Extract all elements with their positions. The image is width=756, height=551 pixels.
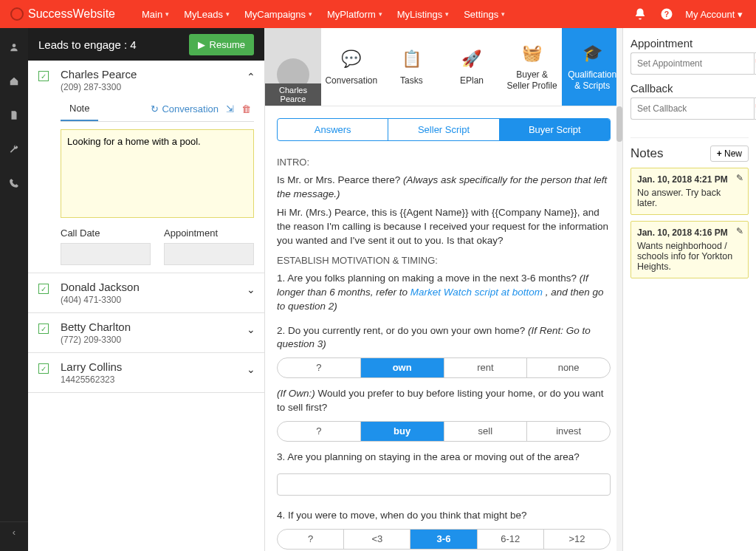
tab-note[interactable]: Note: [61, 97, 98, 121]
q2-options: ? own rent none: [277, 357, 611, 378]
my-account-menu[interactable]: My Account ▾: [685, 9, 743, 20]
center-column: Charles Pearce 💬 Conversation 📋 Tasks 🚀 …: [264, 28, 623, 551]
pill-option[interactable]: none: [527, 358, 610, 377]
note-body: No answer. Try back later.: [637, 188, 742, 208]
lead-phone: (772) 209-3300: [61, 335, 254, 345]
speech-icon: 💬: [341, 49, 361, 69]
rail-wrench-icon[interactable]: [0, 140, 28, 158]
checkbox-icon[interactable]: ✓: [38, 324, 49, 334]
help-icon[interactable]: ?: [659, 6, 675, 22]
note-textarea[interactable]: [61, 129, 254, 218]
trash-icon[interactable]: 🗑: [241, 103, 251, 114]
pill-option[interactable]: buy: [361, 422, 444, 441]
checkbox-icon[interactable]: ✓: [38, 71, 49, 81]
script-heading: ESTABLISH MOTIVATION & TIMING:: [277, 254, 611, 267]
avatar-name: Charles Pearce: [265, 83, 321, 106]
subtab-seller[interactable]: Seller Script: [388, 119, 499, 140]
lead-row[interactable]: ✓ Betty Charlton (772) 209-3300 ⌄: [28, 313, 264, 353]
rail-home-icon[interactable]: [0, 72, 28, 90]
right-column: Appointment 📅 Callback 📅 Notes + New: [623, 28, 756, 551]
nav-settings[interactable]: Settings▾: [456, 1, 512, 27]
pill-option[interactable]: >12: [544, 530, 610, 549]
call-date-label: Call Date: [61, 227, 151, 239]
chevron-down-icon[interactable]: ⌄: [247, 363, 255, 375]
brand[interactable]: SuccessWebsite: [0, 7, 126, 21]
q3-input[interactable]: [277, 473, 611, 496]
list-icon: 📋: [402, 49, 422, 69]
rail-document-icon[interactable]: [0, 106, 28, 124]
nav-main[interactable]: Main▾: [134, 1, 176, 27]
edit-icon[interactable]: ✎: [736, 226, 743, 236]
lead-row[interactable]: ✓ Larry Collins 14425562323 ⌄: [28, 353, 264, 393]
lead-name: Donald Jackson: [61, 281, 254, 293]
left-rail: ‹: [0, 28, 28, 551]
pill-option[interactable]: sell: [444, 422, 528, 441]
edit-icon[interactable]: ✎: [736, 173, 743, 183]
chevron-down-icon[interactable]: ⌄: [247, 284, 255, 295]
tab-conversation[interactable]: 💬 Conversation: [321, 28, 382, 106]
lead-phone: (209) 287-3300: [61, 82, 254, 92]
pill-option[interactable]: rent: [444, 358, 528, 377]
nav-myplatform[interactable]: MyPlatform▾: [320, 1, 390, 27]
note-card[interactable]: ✎ Jan. 10, 2018 4:21 PM No answer. Try b…: [630, 168, 749, 215]
subtab-buyer[interactable]: Buyer Script: [500, 119, 610, 140]
call-date-input[interactable]: [61, 243, 151, 265]
checkbox-icon[interactable]: ✓: [38, 363, 49, 374]
caret-down-icon: ▾: [738, 9, 743, 20]
q2b-options: ? buy sell invest: [277, 421, 611, 442]
lead-row[interactable]: ✓ Charles Pearce (209) 287-3300 ⌃ Note ↻…: [28, 61, 264, 273]
pill-option[interactable]: 6-12: [478, 530, 544, 549]
note-timestamp: Jan. 10, 2018 4:21 PM: [637, 174, 742, 185]
scrollbar[interactable]: [616, 28, 622, 551]
script-body: INTRO: Is Mr. or Mrs. Pearce there? (Alw…: [265, 141, 622, 551]
lead-name: Charles Pearce: [61, 68, 254, 81]
pill-option[interactable]: invest: [527, 422, 610, 441]
subtab-answers[interactable]: Answers: [278, 119, 388, 140]
graduation-icon: 🎓: [583, 43, 602, 64]
expand-icon[interactable]: ⇲: [226, 103, 234, 114]
nav-mycampaigns[interactable]: MyCampaigns▾: [237, 1, 320, 27]
note-timestamp: Jan. 10, 2018 4:16 PM: [637, 227, 742, 238]
bell-icon[interactable]: [632, 6, 648, 22]
appointment-input[interactable]: [164, 243, 254, 265]
tab-eplan[interactable]: 🚀 EPlan: [441, 28, 502, 106]
chevron-up-icon[interactable]: ⌃: [247, 71, 255, 83]
tab-tasks[interactable]: 📋 Tasks: [382, 28, 442, 106]
callback-input[interactable]: [630, 97, 754, 120]
market-watch-link[interactable]: Market Watch script at bottom: [410, 287, 543, 298]
tab-qualification[interactable]: 🎓 Qualification & Scripts: [562, 28, 622, 106]
leads-panel: Leads to engage : 4 ▶ Resume ✓ Charles P…: [28, 28, 264, 551]
caret-down-icon: ▾: [379, 10, 382, 18]
checkbox-icon[interactable]: ✓: [38, 284, 49, 294]
lead-phone: (404) 471-3300: [61, 295, 254, 305]
rail-phone-icon[interactable]: [0, 174, 28, 192]
rocket-icon: 🚀: [461, 49, 481, 69]
tab-profile[interactable]: 🧺 Buyer & Seller Profile: [502, 28, 563, 106]
topnav: Main▾ MyLeads▾ MyCampaigns▾ MyPlatform▾ …: [134, 1, 512, 27]
pill-option[interactable]: ?: [278, 530, 344, 549]
note-card[interactable]: ✎ Jan. 10, 2018 4:16 PM Wants neighborho…: [630, 221, 749, 278]
svg-text:?: ?: [664, 10, 669, 18]
chevron-down-icon[interactable]: ⌄: [247, 324, 255, 335]
lead-row[interactable]: ✓ Donald Jackson (404) 471-3300 ⌄: [28, 273, 264, 313]
play-icon: ▶: [198, 39, 205, 50]
script-subtabs: Answers Seller Script Buyer Script: [277, 118, 611, 141]
new-note-button[interactable]: + New: [710, 146, 749, 162]
callback-label: Callback: [630, 82, 749, 95]
pill-option[interactable]: ?: [278, 358, 361, 377]
svg-point-2: [13, 44, 16, 47]
rail-user-icon[interactable]: [0, 38, 28, 56]
nav-myleads[interactable]: MyLeads▾: [176, 1, 237, 27]
appointment-input[interactable]: [630, 52, 754, 75]
lead-name: Larry Collins: [61, 360, 254, 373]
resume-button[interactable]: ▶ Resume: [189, 34, 254, 55]
pill-option[interactable]: own: [361, 358, 444, 377]
conversation-link[interactable]: ↻Conversation: [151, 103, 219, 114]
notes-title: Notes: [630, 146, 663, 161]
nav-mylistings[interactable]: MyListings▾: [390, 1, 456, 27]
pill-option[interactable]: <3: [344, 530, 410, 549]
pill-option[interactable]: 3-6: [410, 530, 477, 549]
pill-option[interactable]: ?: [278, 422, 361, 441]
lead-name: Betty Charlton: [61, 321, 254, 333]
rail-collapse-icon[interactable]: ‹: [0, 521, 28, 542]
